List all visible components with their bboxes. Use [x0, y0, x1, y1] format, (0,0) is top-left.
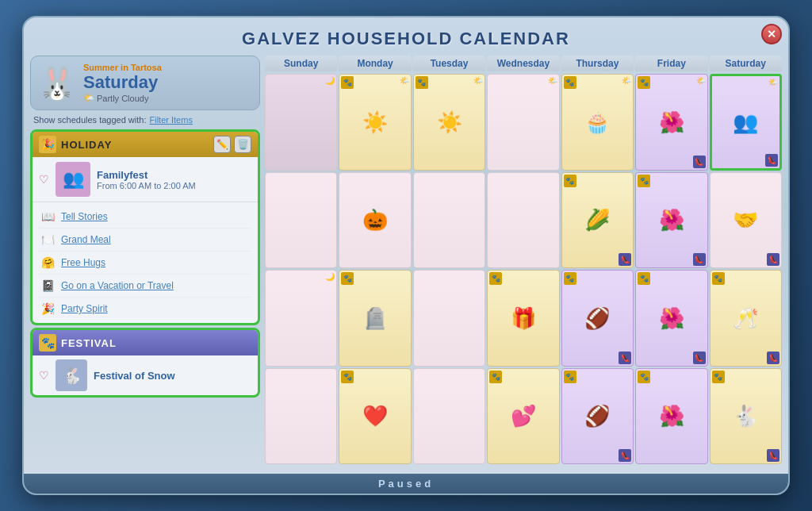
paw-badge: 🐾: [638, 272, 650, 285]
cal-cell[interactable]: 🐾 🧁 🌤️: [561, 74, 634, 171]
cell-content: 💕: [511, 405, 536, 426]
cell-content: 🐇: [733, 405, 758, 426]
cal-cell[interactable]: 🐾 🏈 👠: [561, 270, 634, 367]
cell-content: 🏈: [584, 405, 610, 426]
festival-header: 🐾 Festival: [33, 330, 258, 355]
shoe-badge: 👠: [619, 253, 631, 266]
festival-icon-box: 🐾: [39, 334, 56, 352]
free-hugs-link[interactable]: Free Hugs: [61, 257, 105, 268]
cal-cell[interactable]: 🐾 🥂 👠: [710, 270, 782, 367]
weather-icon: 🌤️: [83, 93, 94, 103]
cell-content: ☀️: [362, 112, 388, 133]
cal-cell[interactable]: 🐾 🌺 👠: [635, 172, 707, 269]
season-day: Saturday: [83, 72, 253, 93]
cal-cell[interactable]: [487, 172, 559, 269]
paw-badge: 🐾: [341, 371, 354, 383]
paw-badge: 🐾: [638, 371, 650, 383]
paw-badge: 🐾: [341, 76, 354, 89]
moon-icon: 🌙: [325, 76, 335, 85]
cal-cell[interactable]: 🐾 ☀️ 🌤️: [413, 74, 485, 171]
shoe-badge: 👠: [693, 156, 706, 168]
holiday-icon: 🎉: [39, 136, 56, 153]
shoe-badge: 👠: [767, 449, 779, 462]
grand-meal-link[interactable]: Grand Meal: [61, 234, 111, 245]
day-monday: Monday: [339, 56, 411, 71]
cell-content: 🏈: [584, 308, 610, 328]
cell-content: 🧁: [584, 112, 610, 133]
cal-cell[interactable]: 🌙: [265, 270, 337, 367]
paw-badge: 🐾: [712, 371, 725, 383]
favorite-button[interactable]: ♡: [39, 173, 49, 186]
holiday-label: Holiday: [61, 139, 209, 151]
cell-content: 🎁: [511, 308, 536, 328]
season-info: Summer in Tartosa Saturday 🌤️ Partly Clo…: [83, 63, 253, 103]
event-name: Familyfest: [97, 169, 251, 181]
cal-cell[interactable]: 🐾 🌽 👠: [561, 172, 634, 269]
cal-cell[interactable]: 🐾 🌺 🌤️ 👠: [635, 74, 707, 171]
shoe-badge: 👠: [765, 154, 778, 167]
cal-cell[interactable]: 🐾 ❤️: [339, 368, 411, 465]
vacation-link[interactable]: Go on a Vacation or Travel: [61, 280, 174, 291]
season-box: 🐰 Summer in Tartosa Saturday 🌤️ Partly C…: [30, 56, 260, 110]
tell-stories-link[interactable]: Tell Stories: [61, 211, 108, 222]
cal-cell-today[interactable]: 👥 🌤️ 👠: [710, 74, 782, 171]
paw-badge: 🐾: [564, 272, 576, 285]
cal-cell[interactable]: 🐾 💕: [487, 368, 559, 465]
season-name: Summer in Tartosa: [83, 63, 253, 72]
filter-link[interactable]: Filter Items: [149, 115, 192, 125]
moon-icon: 🌙: [325, 272, 335, 281]
cal-cell[interactable]: 🤝 👠: [710, 172, 782, 269]
tradition-item: 📖 Tell Stories: [39, 206, 251, 229]
cal-cell[interactable]: 🐾 🐇 👠: [710, 368, 782, 465]
cell-content: 🥂: [733, 308, 758, 328]
shoe-badge: 👠: [693, 352, 706, 364]
cal-cell[interactable]: [413, 270, 485, 367]
paw-badge: 🐾: [564, 175, 576, 187]
delete-button[interactable]: 🗑️: [234, 136, 251, 153]
event-details: Familyfest From 6:00 AM to 2:00 AM: [97, 169, 251, 190]
shoe-badge: 👠: [619, 352, 631, 364]
cell-content: 🌺: [659, 112, 684, 133]
tradition-item: 📓 Go on a Vacation or Travel: [39, 275, 251, 298]
edit-button[interactable]: ✏️: [213, 136, 231, 153]
cal-cell[interactable]: 🐾 🪦: [339, 270, 411, 367]
cal-cell[interactable]: [413, 172, 485, 269]
cal-cell[interactable]: 🌙: [265, 74, 337, 171]
cal-cell[interactable]: [265, 172, 337, 269]
event-thumbnail: 👥: [56, 162, 90, 197]
cal-cell[interactable]: 🐾 🌺 👠: [635, 270, 707, 367]
events-panel: 🎉 Holiday ✏️ 🗑️ ♡ 👥 Familyfest From 6:00…: [30, 129, 260, 464]
party-spirit-link[interactable]: Party Spirit: [61, 303, 108, 314]
modal-body: 🐰 Summer in Tartosa Saturday 🌤️ Partly C…: [24, 56, 788, 471]
paw-badge: 🐾: [638, 175, 650, 187]
cal-cell[interactable]: 🐾 🎁: [487, 270, 559, 367]
cal-cell[interactable]: [265, 368, 337, 465]
tradition-item: 🍽️ Grand Meal: [39, 229, 251, 252]
day-thursday: Thursday: [561, 56, 634, 71]
festival-thumbnail: 🐇: [56, 359, 87, 391]
close-button[interactable]: ✕: [761, 24, 782, 44]
shoe-badge: 👠: [767, 253, 779, 266]
cal-cell[interactable]: [413, 368, 485, 465]
cal-cell[interactable]: 🐾 🌺: [635, 368, 707, 465]
day-friday: Friday: [635, 56, 707, 71]
shoe-badge: 👠: [619, 449, 631, 462]
cal-cell[interactable]: 🌤️: [487, 74, 559, 171]
cell-content: 🤝: [733, 209, 758, 230]
festival-favorite-button[interactable]: ♡: [39, 369, 49, 382]
cell-content: 🎃: [362, 209, 388, 230]
paw-badge: 🐾: [489, 272, 502, 285]
cal-cell[interactable]: 🎃: [339, 172, 411, 269]
event-main: ♡ 👥 Familyfest From 6:00 AM to 2:00 AM: [33, 157, 258, 202]
cal-cell[interactable]: 🐾 🏈 👠: [561, 368, 634, 465]
festival-section: 🐾 Festival ♡ 🐇 Festival of Snow: [30, 328, 260, 398]
cell-content: 🌺: [659, 209, 684, 230]
paw-badge: 🐾: [564, 76, 576, 89]
filter-label: Show schedules tagged with:: [33, 115, 146, 125]
moon-icon: 🌤️: [400, 76, 409, 85]
tradition-item: 🎉 Party Spirit: [39, 298, 251, 320]
festival-event: ♡ 🐇 Festival of Snow: [33, 355, 258, 395]
cal-cell[interactable]: 🐾 ☀️ 🌤️: [339, 74, 411, 171]
shoe-badge: 👠: [693, 253, 706, 266]
holiday-actions: ✏️ 🗑️: [213, 136, 251, 153]
